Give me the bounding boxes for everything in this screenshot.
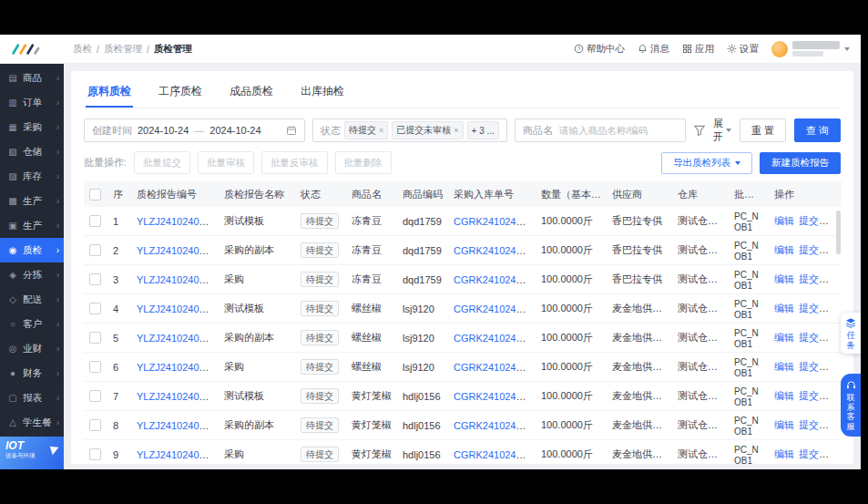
- select-all-checkbox[interactable]: [89, 189, 101, 201]
- create-qc-report-button[interactable]: 新建质检报告: [760, 152, 841, 174]
- sidebar-item-orders[interactable]: ▥订单›: [0, 90, 64, 115]
- row-action-edit[interactable]: 编辑: [774, 332, 794, 343]
- row-action-edit[interactable]: 编辑: [774, 273, 794, 284]
- top-action-help[interactable]: ?帮助中心: [574, 43, 625, 56]
- row-checkbox[interactable]: [89, 215, 101, 227]
- row-action-edit[interactable]: 编辑: [774, 244, 794, 255]
- batch-button-批量删除[interactable]: 批量删除: [335, 151, 392, 174]
- batch-button-批量审核[interactable]: 批量审核: [198, 151, 254, 174]
- inbound-no-link[interactable]: CGRK24102400005: [454, 245, 536, 256]
- sidebar-item-customers[interactable]: ○客户›: [0, 312, 64, 336]
- row-action-submit[interactable]: 提交: [799, 419, 819, 430]
- sidebar-item-finance[interactable]: ●财务›: [0, 361, 64, 386]
- sidebar-item-studentmeal[interactable]: △学生餐›: [0, 410, 64, 435]
- task-panel-label: 任务: [846, 330, 856, 350]
- row-action-edit[interactable]: 编辑: [774, 448, 794, 459]
- row-action-submit[interactable]: 提交: [799, 448, 819, 459]
- row-checkbox[interactable]: [89, 419, 101, 431]
- sidebar-item-purchase[interactable]: ▦采购›: [0, 115, 64, 139]
- row-action-edit[interactable]: 编辑: [774, 361, 794, 372]
- row-action-submit[interactable]: 提交: [799, 332, 819, 343]
- inbound-no-link[interactable]: CGRK24102400004: [454, 362, 536, 373]
- tab-工序质检[interactable]: 工序质检: [157, 80, 204, 108]
- warehouse: 测试仓库5: [672, 440, 729, 465]
- status-filter-select[interactable]: 状态 待提交×已提交未审核×+ 3 ...: [312, 118, 507, 142]
- row-action-edit[interactable]: 编辑: [774, 303, 794, 314]
- row-action-edit[interactable]: 编辑: [774, 419, 794, 430]
- report-no-link[interactable]: YLZJ24102400022: [137, 449, 219, 460]
- report-no-cell: YLZJ24102400028: [131, 265, 219, 294]
- row-checkbox[interactable]: [89, 361, 101, 373]
- search-button[interactable]: 查 询: [794, 118, 841, 142]
- tab-成品质检[interactable]: 成品质检: [228, 80, 275, 108]
- row-checkbox[interactable]: [89, 448, 101, 460]
- report-no-link[interactable]: YLZJ24102400029: [137, 245, 219, 256]
- status-tag[interactable]: 待提交×: [344, 121, 388, 139]
- status-tag[interactable]: 已提交未审核×: [392, 121, 463, 139]
- product-name-input[interactable]: [557, 124, 678, 137]
- top-action-apps[interactable]: 应用: [682, 43, 714, 56]
- row-action-edit[interactable]: 编辑: [774, 390, 794, 401]
- tag-close-icon[interactable]: ×: [454, 126, 458, 135]
- report-no-link[interactable]: YLZJ24102400024: [137, 391, 219, 402]
- sidebar-item-goods[interactable]: ▤商品›: [0, 66, 64, 90]
- sidebar-item-sorting[interactable]: ◈分拣›: [0, 262, 64, 287]
- inbound-no-link[interactable]: CGRK24102400004: [454, 303, 536, 314]
- inbound-no-link[interactable]: CGRK24102400005: [454, 274, 536, 285]
- row-action-submit[interactable]: 提交: [799, 361, 819, 372]
- create-time-range-picker[interactable]: 创建时间 2024-10-24 — 2024-10-24: [84, 118, 305, 142]
- warehouse: 测试仓库5: [672, 236, 729, 265]
- row-action-submit[interactable]: 提交: [799, 273, 819, 284]
- quantity: 100.0000斤: [536, 382, 607, 411]
- row-action-submit[interactable]: 提交: [799, 303, 819, 314]
- row-action-edit[interactable]: 编辑: [774, 215, 794, 226]
- tag-close-icon[interactable]: ×: [379, 126, 383, 135]
- sidebar-item-reports[interactable]: ▢报表›: [0, 386, 64, 410]
- sidebar-item-inventory[interactable]: ▨库存›: [0, 164, 64, 189]
- sidebar-item-qc[interactable]: ◉质检›: [0, 238, 64, 262]
- row-action-submit[interactable]: 提交: [799, 215, 819, 226]
- tab-原料质检[interactable]: 原料质检: [86, 80, 133, 108]
- expand-toggle[interactable]: 展开: [713, 117, 731, 144]
- breadcrumb-item[interactable]: 质检: [73, 43, 92, 56]
- breadcrumb-item[interactable]: 质检管理: [104, 43, 142, 56]
- report-no-link[interactable]: YLZJ24102400030: [137, 216, 219, 227]
- report-no-link[interactable]: YLZJ24102400023: [137, 420, 219, 431]
- inbound-no-link[interactable]: CGRK24102400004: [454, 449, 536, 460]
- batch-button-批量提交[interactable]: 批量提交: [134, 151, 190, 174]
- top-action-settings[interactable]: 设置: [727, 43, 759, 56]
- row-checkbox[interactable]: [89, 332, 101, 344]
- paper-plane-icon: [50, 444, 61, 455]
- row-checkbox[interactable]: [89, 390, 101, 402]
- sidebar-item-bizfinance[interactable]: ◎业财›: [0, 336, 64, 361]
- inbound-no-link[interactable]: CGRK24102400004: [454, 420, 536, 431]
- report-no-link[interactable]: YLZJ24102400027: [137, 303, 219, 314]
- row-checkbox[interactable]: [89, 273, 101, 285]
- sidebar-item-storage[interactable]: ▧仓储›: [0, 139, 64, 164]
- export-qc-list-button[interactable]: 导出质检列表: [661, 152, 752, 174]
- task-panel-toggle[interactable]: 任务: [841, 313, 861, 354]
- report-no-link[interactable]: YLZJ24102400028: [137, 274, 219, 285]
- sidebar-item-production[interactable]: ▩生产›: [0, 189, 64, 213]
- row-index: 4: [107, 294, 131, 324]
- report-no-link[interactable]: YLZJ24102400025: [137, 362, 219, 373]
- reset-button[interactable]: 重 置: [740, 118, 786, 142]
- sidebar-item-delivery[interactable]: ◇配送›: [0, 287, 64, 312]
- status-tag[interactable]: + 3 ...: [467, 121, 499, 139]
- row-action-submit[interactable]: 提交: [799, 390, 819, 401]
- contact-support-button[interactable]: 联系客服: [841, 374, 861, 437]
- user-menu[interactable]: [771, 41, 850, 57]
- batch-button-批量反审核[interactable]: 批量反审核: [261, 151, 328, 174]
- tab-出库抽检[interactable]: 出库抽检: [299, 80, 346, 108]
- row-checkbox[interactable]: [89, 303, 101, 314]
- row-checkbox[interactable]: [89, 244, 101, 256]
- inbound-no-link[interactable]: CGRK24102400004: [454, 391, 536, 402]
- top-action-message[interactable]: 消息: [638, 43, 669, 56]
- inbound-no-link[interactable]: CGRK24102400004: [454, 333, 536, 344]
- vertical-scroll-thumb[interactable]: [836, 211, 841, 254]
- sidebar-item-production2[interactable]: ▣生产›: [0, 213, 64, 238]
- inbound-no-link[interactable]: CGRK24102400005: [454, 216, 536, 227]
- report-no-link[interactable]: YLZJ24102400026: [137, 333, 219, 344]
- filter-funnel-icon[interactable]: [693, 124, 706, 137]
- row-action-submit[interactable]: 提交: [799, 244, 819, 255]
